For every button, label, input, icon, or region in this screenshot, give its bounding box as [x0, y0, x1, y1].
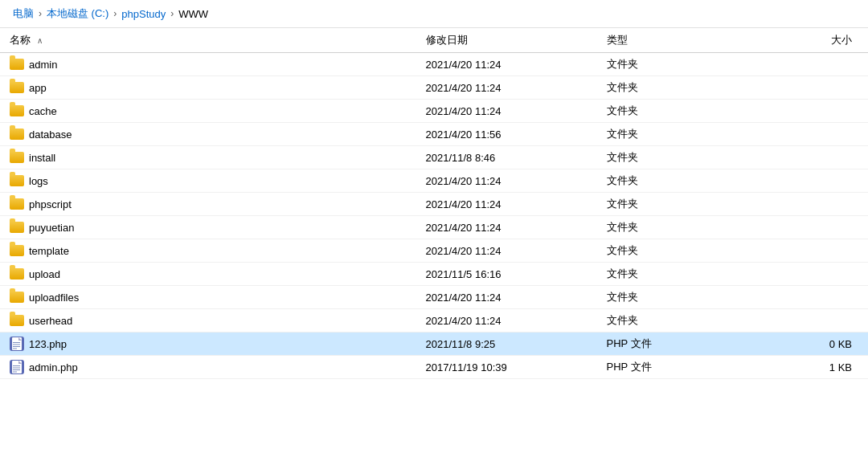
- file-name: template: [29, 245, 69, 257]
- file-size: [760, 216, 868, 239]
- file-name: phpscript: [29, 198, 72, 210]
- table-row[interactable]: 123.php2021/11/8 9:25PHP 文件0 KB: [0, 333, 868, 356]
- col-header-date[interactable]: 修改日期: [416, 28, 597, 53]
- folder-icon: [10, 198, 24, 210]
- breadcrumb-sep-0: ›: [39, 8, 42, 19]
- table-row[interactable]: cache2021/4/20 11:24文件夹: [0, 100, 868, 123]
- svg-rect-5: [13, 349, 17, 349]
- table-row[interactable]: app2021/4/20 11:24文件夹: [0, 76, 868, 100]
- breadcrumb-sep-2: ›: [170, 8, 174, 19]
- file-size: [760, 53, 868, 76]
- file-type: 文件夹: [597, 169, 760, 193]
- file-date: 2021/4/20 11:24: [416, 169, 597, 193]
- file-type: 文件夹: [597, 193, 760, 216]
- file-name: logs: [29, 175, 48, 187]
- file-date: 2021/11/8 8:46: [416, 146, 597, 169]
- file-type: 文件夹: [597, 53, 760, 76]
- sort-arrow-icon: ∧: [37, 36, 43, 45]
- file-size: [760, 309, 868, 333]
- file-name: puyuetian: [29, 222, 74, 234]
- breadcrumb: 电脑 › 本地磁盘 (C:) › phpStudy › WWW: [0, 0, 868, 28]
- file-type: PHP 文件: [597, 356, 760, 379]
- folder-icon: [10, 268, 24, 280]
- file-date: 2021/4/20 11:56: [416, 123, 597, 146]
- file-date: 2021/4/20 11:24: [416, 216, 597, 239]
- folder-icon: [10, 175, 24, 186]
- table-row[interactable]: puyuetian2021/4/20 11:24文件夹: [0, 216, 868, 239]
- svg-rect-2: [13, 342, 20, 343]
- file-name: 123.php: [29, 338, 67, 350]
- folder-icon: [10, 152, 24, 163]
- breadcrumb-pc[interactable]: 电脑: [13, 6, 34, 21]
- file-date: 2021/4/20 11:24: [416, 193, 597, 216]
- svg-rect-3: [13, 345, 20, 345]
- file-type: 文件夹: [597, 76, 760, 100]
- file-date: 2021/11/8 9:25: [416, 333, 597, 356]
- file-date: 2021/4/20 11:24: [416, 286, 597, 309]
- folder-icon: [10, 82, 24, 93]
- table-row[interactable]: admin2021/4/20 11:24文件夹: [0, 53, 868, 76]
- php-file-icon: [10, 337, 24, 351]
- file-name: cache: [29, 105, 57, 117]
- folder-icon: [10, 222, 24, 233]
- folder-icon: [10, 129, 24, 140]
- file-type: 文件夹: [597, 216, 760, 239]
- table-row[interactable]: database2021/4/20 11:56文件夹: [0, 123, 868, 146]
- table-row[interactable]: phpscript2021/4/20 11:24文件夹: [0, 193, 868, 216]
- file-size: [760, 146, 868, 169]
- table-row[interactable]: template2021/4/20 11:24文件夹: [0, 239, 868, 263]
- file-date: 2021/4/20 11:24: [416, 239, 597, 263]
- file-date: 2021/4/20 11:24: [416, 53, 597, 76]
- file-date: 2017/11/19 10:39: [416, 356, 597, 379]
- breadcrumb-phpstudy[interactable]: phpStudy: [121, 8, 166, 20]
- col-header-name[interactable]: 名称 ∧: [0, 28, 416, 53]
- file-type: 文件夹: [597, 123, 760, 146]
- file-size: [760, 76, 868, 100]
- file-list-container: 名称 ∧ 修改日期 类型 大小 admin2021/4/20 11:24文件夹a…: [0, 28, 868, 455]
- file-size: [760, 239, 868, 263]
- file-type: 文件夹: [597, 146, 760, 169]
- folder-icon: [10, 245, 24, 256]
- file-name: admin: [29, 59, 57, 71]
- breadcrumb-c-drive[interactable]: 本地磁盘 (C:): [47, 6, 108, 21]
- table-row[interactable]: uploadfiles2021/4/20 11:24文件夹: [0, 286, 868, 309]
- svg-rect-8: [13, 365, 20, 366]
- breadcrumb-sep-1: ›: [113, 8, 117, 19]
- table-row[interactable]: upload2021/11/5 16:16文件夹: [0, 263, 868, 286]
- col-header-size[interactable]: 大小: [760, 28, 868, 53]
- col-header-type[interactable]: 类型: [597, 28, 760, 53]
- file-size: [760, 123, 868, 146]
- file-size: 0 KB: [760, 333, 868, 356]
- file-date: 2021/11/5 16:16: [416, 263, 597, 286]
- folder-icon: [10, 105, 24, 116]
- file-name: upload: [29, 268, 60, 280]
- file-size: [760, 286, 868, 309]
- file-type: 文件夹: [597, 263, 760, 286]
- table-header-row: 名称 ∧ 修改日期 类型 大小: [0, 28, 868, 53]
- table-row[interactable]: logs2021/4/20 11:24文件夹: [0, 169, 868, 193]
- svg-rect-10: [13, 369, 20, 370]
- table-row[interactable]: install2021/11/8 8:46文件夹: [0, 146, 868, 169]
- folder-icon: [10, 59, 24, 70]
- table-row[interactable]: admin.php2017/11/19 10:39PHP 文件1 KB: [0, 356, 868, 379]
- breadcrumb-www: WWW: [178, 8, 208, 20]
- file-table: 名称 ∧ 修改日期 类型 大小 admin2021/4/20 11:24文件夹a…: [0, 28, 868, 379]
- svg-rect-9: [13, 368, 20, 369]
- file-date: 2021/4/20 11:24: [416, 100, 597, 123]
- file-date: 2021/4/20 11:24: [416, 76, 597, 100]
- table-row[interactable]: userhead2021/4/20 11:24文件夹: [0, 309, 868, 333]
- svg-rect-4: [13, 346, 20, 347]
- svg-rect-11: [13, 372, 17, 373]
- file-type: 文件夹: [597, 286, 760, 309]
- file-type: 文件夹: [597, 239, 760, 263]
- php-file-icon: [10, 360, 24, 374]
- file-name: uploadfiles: [29, 292, 79, 304]
- file-size: [760, 193, 868, 216]
- file-name: admin.php: [29, 361, 78, 373]
- file-size: [760, 263, 868, 286]
- file-type: PHP 文件: [597, 333, 760, 356]
- file-name: app: [29, 82, 47, 94]
- folder-icon: [10, 315, 24, 326]
- file-size: 1 KB: [760, 356, 868, 379]
- file-type: 文件夹: [597, 100, 760, 123]
